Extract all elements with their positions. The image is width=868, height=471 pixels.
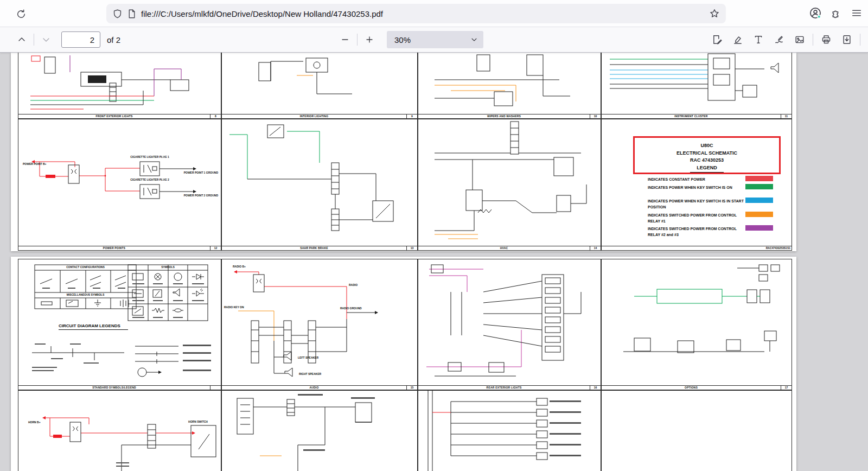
- panel-title: INSTRUMENT CLUSTER: [602, 114, 781, 118]
- schematic-drawing: [602, 259, 792, 385]
- legend-item-label: INDICATES SWITCHED POWER FROM CONTROL RE…: [648, 212, 744, 224]
- hamburger-menu-icon: [851, 8, 862, 18]
- highlight-button[interactable]: [729, 31, 746, 48]
- panel-title: HVAC: [418, 246, 590, 250]
- print-button[interactable]: [818, 31, 835, 48]
- pdf-viewer[interactable]: FRONT EXTERIOR LIGHTS 8 INTERIOR LIGHTIN…: [0, 53, 868, 471]
- sheet-reference: RAC47430253S1S1: [766, 246, 792, 250]
- url-text[interactable]: file:///C:/Users/mlkfd/OneDrive/Desktop/…: [141, 9, 704, 18]
- image-button[interactable]: [791, 31, 808, 48]
- schematic-panel-horn: HORN B+ HORN SWITCH: [18, 390, 221, 471]
- legend-color-swatch: [745, 225, 773, 231]
- panel-number: [210, 386, 221, 390]
- panel-title: SAHR PARK BRAKE: [222, 246, 406, 250]
- schematic-panel-standard-symbols: CONTACT CONFIGURATIONS MISCELLANEOUS SYM…: [18, 259, 221, 390]
- schematic-panel-hvac: HVAC 14: [418, 119, 601, 251]
- panel-title: INTERIOR LIGHTING: [222, 114, 406, 118]
- miscellaneous-symbols-heading: MISCELLANEOUS SYMBOLS: [35, 293, 136, 296]
- schematic-drawing: [602, 53, 792, 113]
- schematic-drawing: [18, 259, 221, 385]
- divider: [813, 34, 813, 46]
- zoom-controls: 30%: [336, 27, 483, 52]
- page-number-input[interactable]: [61, 31, 100, 48]
- symbols-heading: SYMBOLS: [128, 265, 208, 269]
- panel-number: 15: [406, 386, 417, 390]
- schematic-drawing: [222, 119, 417, 246]
- schematic-drawing: [418, 53, 601, 113]
- schematic-panel-rear-lights-detail: [418, 390, 601, 471]
- panel-number: 17: [781, 386, 792, 390]
- text-button[interactable]: [750, 31, 767, 48]
- browser-actions: [808, 6, 864, 20]
- url-bar[interactable]: file:///C:/Users/mlkfd/OneDrive/Desktop/…: [106, 4, 726, 23]
- panel-title: POWER POINTS: [18, 246, 210, 250]
- legend-color-swatch: [745, 184, 773, 189]
- previous-page-button[interactable]: [13, 31, 30, 48]
- cigarette-lighter-plug2-label: CIGARETTE LIGHTER PLUG 2: [118, 179, 181, 182]
- schematic-drawing: [418, 391, 601, 471]
- zoom-value: 30%: [394, 35, 470, 44]
- plus-icon: [365, 35, 374, 44]
- schematic-drawing: [418, 119, 601, 246]
- account-icon: [809, 7, 821, 19]
- panel-title: WIPERS AND WASHERS: [418, 114, 590, 118]
- reload-icon: [16, 9, 26, 19]
- print-icon: [821, 35, 831, 44]
- schematic-panel-instrument-cluster: INSTRUMENT CLUSTER 11: [601, 53, 792, 119]
- zoom-in-button[interactable]: [361, 31, 378, 48]
- account-button[interactable]: [808, 6, 822, 20]
- pdf-page-2: CONTACT CONFIGURATIONS MISCELLANEOUS SYM…: [11, 257, 796, 471]
- panel-number: 14: [590, 246, 601, 250]
- legend-item-label: INDICATES POWER WHEN KEY SWITCH IS ON: [648, 184, 744, 190]
- schematic-drawing: [418, 259, 601, 385]
- radio-b-plus-label: RADIO B+: [233, 265, 246, 269]
- schematic-panel-audio: RADIO B+ RADIO RADIO KEY ON RADIO GROUND…: [221, 259, 418, 390]
- next-page-button[interactable]: [37, 31, 55, 48]
- divider: [357, 34, 358, 46]
- radio-label: RADIO: [349, 284, 358, 287]
- page-info-icon[interactable]: [127, 9, 136, 18]
- legend-heading: LEGEND: [690, 164, 724, 173]
- zoom-out-button[interactable]: [336, 31, 354, 48]
- horn-switch-label: HORN SWITCH: [179, 421, 217, 424]
- panel-title: STANDARD SYMBOLS/LEGEND: [18, 386, 210, 390]
- schematic-panel-blank: [601, 390, 792, 471]
- panel-number: 12: [210, 246, 221, 250]
- text-tool-icon: [754, 35, 763, 44]
- chevron-down-icon: [470, 36, 478, 43]
- panel-title: OPTIONS: [602, 386, 781, 390]
- panel-number: 10: [590, 114, 601, 118]
- schematic-drawing: [222, 259, 417, 385]
- divider: [860, 34, 860, 46]
- page-navigation: of 2: [13, 27, 120, 52]
- save-button[interactable]: [838, 31, 856, 48]
- legend-model: U80C: [635, 142, 779, 150]
- bookmark-star-icon[interactable]: [710, 9, 719, 18]
- draw-button[interactable]: [770, 31, 788, 48]
- highlighter-icon: [733, 35, 743, 44]
- browser-toolbar: file:///C:/Users/mlkfd/OneDrive/Desktop/…: [0, 0, 868, 27]
- legend-doc-type: ELECTRICAL SCHEMATIC: [635, 150, 779, 157]
- annotate-button[interactable]: [709, 31, 726, 48]
- pdf-toolbar: of 2 30%: [0, 27, 868, 53]
- schematic-panel-interior-lighting: INTERIOR LIGHTING 9: [221, 53, 418, 119]
- chevron-down-icon: [42, 35, 50, 44]
- radio-ground-label: RADIO GROUND: [340, 307, 362, 310]
- power-point-2-ground-label: POWER POINT 2 GROUND: [153, 194, 218, 198]
- menu-button[interactable]: [850, 6, 864, 20]
- reload-button[interactable]: [14, 7, 28, 21]
- schematic-panel-sahr-park-brake: SAHR PARK BRAKE 13: [221, 119, 418, 251]
- image-icon: [795, 35, 805, 44]
- shield-icon[interactable]: [113, 9, 122, 18]
- extensions-button[interactable]: [829, 6, 843, 20]
- panel-number: 13: [406, 246, 417, 250]
- schematic-panel-power-points: POWER POINT B+ CIGARETTE LIGHTER PLUG 1 …: [18, 119, 221, 251]
- minus-icon: [341, 35, 349, 44]
- signature-pen-icon: [774, 35, 784, 44]
- legend-color-swatch: [745, 212, 773, 217]
- panel-number: 8: [210, 114, 221, 118]
- panel-title: REAR EXTERIOR LIGHTS: [418, 386, 590, 390]
- zoom-select[interactable]: 30%: [387, 31, 483, 48]
- legend-color-swatch: [745, 176, 773, 181]
- panel-title: FRONT EXTERIOR LIGHTS: [18, 114, 210, 118]
